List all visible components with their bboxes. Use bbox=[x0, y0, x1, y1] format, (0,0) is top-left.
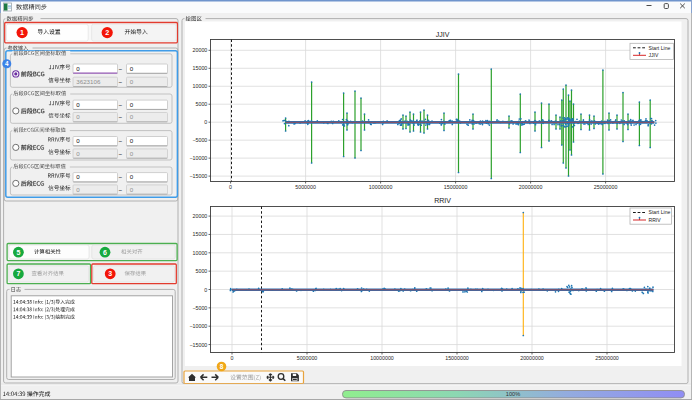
svg-text:~: ~ bbox=[119, 65, 123, 72]
svg-text:0: 0 bbox=[130, 186, 134, 193]
svg-text:~: ~ bbox=[119, 101, 123, 108]
svg-text:Start Line: Start Line bbox=[649, 45, 671, 51]
svg-text:3623106: 3623106 bbox=[76, 78, 101, 85]
svg-text:5: 5 bbox=[16, 249, 20, 256]
svg-text:RRIV: RRIV bbox=[434, 197, 451, 204]
svg-text:0: 0 bbox=[229, 184, 232, 190]
svg-text:6: 6 bbox=[103, 249, 107, 256]
svg-text:20000: 20000 bbox=[193, 47, 208, 53]
svg-text:JJIV: JJIV bbox=[436, 31, 450, 38]
svg-text:0: 0 bbox=[76, 101, 80, 108]
svg-text:0: 0 bbox=[130, 150, 134, 157]
svg-text:~: ~ bbox=[119, 78, 123, 85]
svg-text:0: 0 bbox=[231, 355, 234, 361]
svg-text:20000: 20000 bbox=[193, 213, 208, 219]
svg-text:−5000: −5000 bbox=[192, 137, 207, 143]
svg-text:−10000: −10000 bbox=[189, 323, 207, 329]
svg-text:~: ~ bbox=[119, 113, 123, 120]
svg-text:0: 0 bbox=[76, 186, 80, 193]
svg-text:−15000: −15000 bbox=[189, 173, 207, 179]
svg-text:~: ~ bbox=[119, 137, 123, 144]
svg-text:4: 4 bbox=[5, 60, 9, 67]
svg-text:5000: 5000 bbox=[196, 101, 208, 107]
svg-text:0: 0 bbox=[76, 65, 80, 72]
svg-text:0: 0 bbox=[130, 137, 134, 144]
svg-text:−15000: −15000 bbox=[189, 342, 207, 348]
svg-text:0: 0 bbox=[76, 113, 80, 120]
svg-text:0: 0 bbox=[76, 173, 80, 180]
svg-text:10000000: 10000000 bbox=[369, 184, 393, 190]
svg-text:0: 0 bbox=[130, 65, 134, 72]
svg-text:5000: 5000 bbox=[196, 268, 208, 274]
svg-text:JJIV: JJIV bbox=[649, 52, 660, 58]
svg-text:5000000: 5000000 bbox=[297, 355, 318, 361]
svg-text:−5000: −5000 bbox=[192, 305, 207, 311]
svg-text:1: 1 bbox=[20, 28, 24, 37]
svg-text:Start Line: Start Line bbox=[649, 209, 671, 215]
svg-text:0: 0 bbox=[130, 113, 134, 120]
svg-text:10000: 10000 bbox=[193, 250, 208, 256]
svg-text:−10000: −10000 bbox=[189, 155, 207, 161]
svg-text:2: 2 bbox=[105, 28, 109, 37]
svg-text:~: ~ bbox=[119, 150, 123, 157]
svg-text:100%: 100% bbox=[506, 391, 520, 397]
svg-text:0: 0 bbox=[130, 78, 134, 85]
svg-text:20000000: 20000000 bbox=[520, 355, 544, 361]
svg-text:~: ~ bbox=[119, 186, 123, 193]
svg-text:15000000: 15000000 bbox=[445, 355, 469, 361]
svg-text:10000000: 10000000 bbox=[370, 355, 394, 361]
svg-text:25000000: 25000000 bbox=[594, 184, 618, 190]
svg-text:3: 3 bbox=[108, 270, 112, 277]
svg-text:10000: 10000 bbox=[193, 83, 208, 89]
svg-text:0: 0 bbox=[130, 101, 134, 108]
svg-text:0: 0 bbox=[76, 137, 80, 144]
svg-text:0: 0 bbox=[204, 119, 207, 125]
svg-text:0: 0 bbox=[76, 150, 80, 157]
svg-text:RRIV: RRIV bbox=[649, 217, 662, 223]
svg-text:20000000: 20000000 bbox=[519, 184, 543, 190]
svg-text:8: 8 bbox=[220, 363, 224, 370]
svg-text:5000000: 5000000 bbox=[295, 184, 316, 190]
svg-text:7: 7 bbox=[16, 270, 20, 277]
svg-text:0: 0 bbox=[204, 287, 207, 293]
svg-text:15000000: 15000000 bbox=[444, 184, 468, 190]
svg-text:~: ~ bbox=[119, 173, 123, 180]
svg-text:0: 0 bbox=[130, 173, 134, 180]
svg-text:25000000: 25000000 bbox=[595, 355, 619, 361]
svg-text:15000: 15000 bbox=[193, 231, 208, 237]
svg-text:15000: 15000 bbox=[193, 65, 208, 71]
